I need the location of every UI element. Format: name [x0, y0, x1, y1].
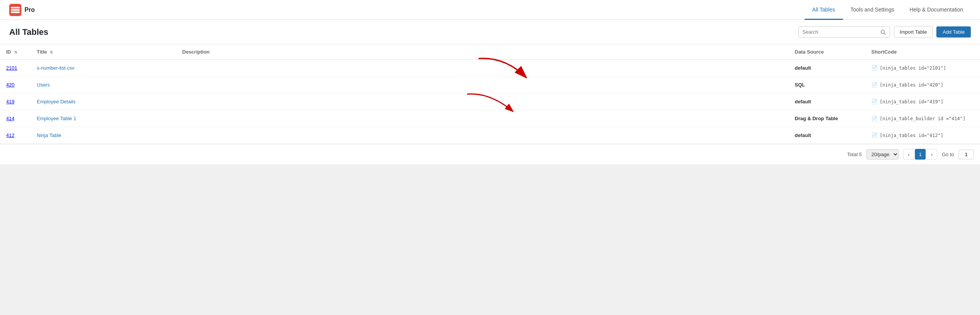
shortcode-text[interactable]: [ninja_table_builder id ="414"] — [880, 116, 965, 121]
col-description: Description — [176, 44, 789, 60]
cell-description — [176, 60, 789, 77]
cell-description — [176, 77, 789, 93]
page-size-select[interactable]: 20/page — [866, 149, 899, 160]
sort-icon-title[interactable]: ⇅ — [50, 50, 53, 54]
title-link[interactable]: Users — [37, 82, 50, 88]
cell-description — [176, 93, 789, 110]
cell-shortcode: 📄 [ninja_tables id="412"] — [865, 127, 980, 144]
total-count: Total 5 — [847, 152, 862, 157]
cell-title: Employee Table 1 — [31, 110, 176, 127]
cell-shortcode: 📄 [ninja_tables id="420"] — [865, 77, 980, 93]
id-link[interactable]: 2101 — [6, 65, 17, 71]
goto-label: Go to — [942, 152, 954, 157]
shortcode-doc-icon: 📄 — [871, 99, 877, 104]
table-row: 2101 s-number-list.csv default 📄 [ninja_… — [0, 60, 980, 77]
nav-tools-settings[interactable]: Tools and Settings — [843, 0, 902, 20]
title-link[interactable]: Ninja Table — [37, 132, 61, 138]
shortcode-doc-icon: 📄 — [871, 132, 877, 138]
next-page-button[interactable]: › — [926, 149, 937, 160]
nav-links: All Tables Tools and Settings Help & Doc… — [805, 0, 971, 20]
search-box[interactable] — [798, 26, 890, 38]
logo-area: Pro — [9, 4, 35, 16]
cell-datasource: default — [789, 127, 865, 144]
id-link[interactable]: 412 — [6, 132, 15, 138]
sort-icon-id[interactable]: ⇅ — [14, 50, 17, 54]
cell-title: Ninja Table — [31, 127, 176, 144]
cell-id: 412 — [0, 127, 31, 144]
shortcode-doc-icon: 📄 — [871, 65, 877, 71]
col-datasource: Data Source — [789, 44, 865, 60]
tables-list-container: ID ⇅ Title ⇅ Description Data Source Sho… — [0, 44, 980, 144]
col-id: ID ⇅ — [0, 44, 31, 60]
shortcode-text[interactable]: [ninja_tables id="412"] — [880, 133, 943, 138]
search-icon — [880, 29, 886, 35]
cell-description — [176, 110, 789, 127]
cell-datasource: default — [789, 60, 865, 77]
cell-shortcode: 📄 [ninja_table_builder id ="414"] — [865, 110, 980, 127]
shortcode-doc-icon: 📄 — [871, 82, 877, 88]
top-nav: Pro All Tables Tools and Settings Help &… — [0, 0, 980, 20]
page-title: All Tables — [9, 27, 48, 37]
col-shortcode: ShortCode — [865, 44, 980, 60]
nav-help-docs[interactable]: Help & Documentation — [902, 0, 971, 20]
table-row: 420 Users SQL 📄 [ninja_tables id="420"] — [0, 77, 980, 93]
table-row: 414 Employee Table 1 Drag & Drop Table 📄… — [0, 110, 980, 127]
cell-shortcode: 📄 [ninja_tables id="419"] — [865, 93, 980, 110]
cell-id: 414 — [0, 110, 31, 127]
table-header-row: ID ⇅ Title ⇅ Description Data Source Sho… — [0, 44, 980, 60]
page-header: All Tables Import Table Add Table — [0, 20, 980, 44]
cell-id: 419 — [0, 93, 31, 110]
svg-rect-1 — [11, 7, 20, 8]
id-link[interactable]: 419 — [6, 99, 15, 104]
cell-title: Employee Details — [31, 93, 176, 110]
cell-description — [176, 127, 789, 144]
id-link[interactable]: 420 — [6, 82, 15, 88]
cell-title: s-number-list.csv — [31, 60, 176, 77]
app-logo-icon — [9, 4, 21, 16]
search-input[interactable] — [802, 29, 878, 35]
prev-page-button[interactable]: ‹ — [903, 149, 914, 160]
svg-line-5 — [884, 33, 886, 34]
header-actions: Import Table Add Table — [798, 26, 971, 38]
shortcode-doc-icon: 📄 — [871, 116, 877, 121]
table-row: 419 Employee Details default 📄 [ninja_ta… — [0, 93, 980, 110]
cell-datasource: default — [789, 93, 865, 110]
cell-title: Users — [31, 77, 176, 93]
title-link[interactable]: Employee Table 1 — [37, 116, 76, 121]
table-row: 412 Ninja Table default 📄 [ninja_tables … — [0, 127, 980, 144]
cell-id: 420 — [0, 77, 31, 93]
import-table-button[interactable]: Import Table — [894, 26, 933, 38]
app-name: Pro — [24, 7, 35, 13]
goto-input[interactable] — [959, 150, 974, 159]
tables-table: ID ⇅ Title ⇅ Description Data Source Sho… — [0, 44, 980, 144]
title-link[interactable]: Employee Details — [37, 99, 75, 104]
cell-datasource: Drag & Drop Table — [789, 110, 865, 127]
svg-rect-2 — [11, 9, 20, 11]
col-title: Title ⇅ — [31, 44, 176, 60]
add-table-button[interactable]: Add Table — [936, 26, 971, 38]
cell-id: 2101 — [0, 60, 31, 77]
cell-shortcode: 📄 [ninja_tables id="2101"] — [865, 60, 980, 77]
title-link[interactable]: s-number-list.csv — [37, 65, 74, 71]
cell-datasource: SQL — [789, 77, 865, 93]
id-link[interactable]: 414 — [6, 116, 15, 121]
shortcode-text[interactable]: [ninja_tables id="2101"] — [880, 65, 946, 71]
svg-rect-3 — [11, 11, 20, 13]
page-1-button[interactable]: 1 — [915, 149, 926, 160]
shortcode-text[interactable]: [ninja_tables id="419"] — [880, 99, 943, 104]
pagination-buttons: ‹ 1 › — [903, 149, 937, 160]
shortcode-text[interactable]: [ninja_tables id="420"] — [880, 82, 943, 88]
pagination-bar: Total 5 20/page ‹ 1 › Go to — [0, 144, 980, 164]
nav-all-tables[interactable]: All Tables — [805, 0, 843, 20]
